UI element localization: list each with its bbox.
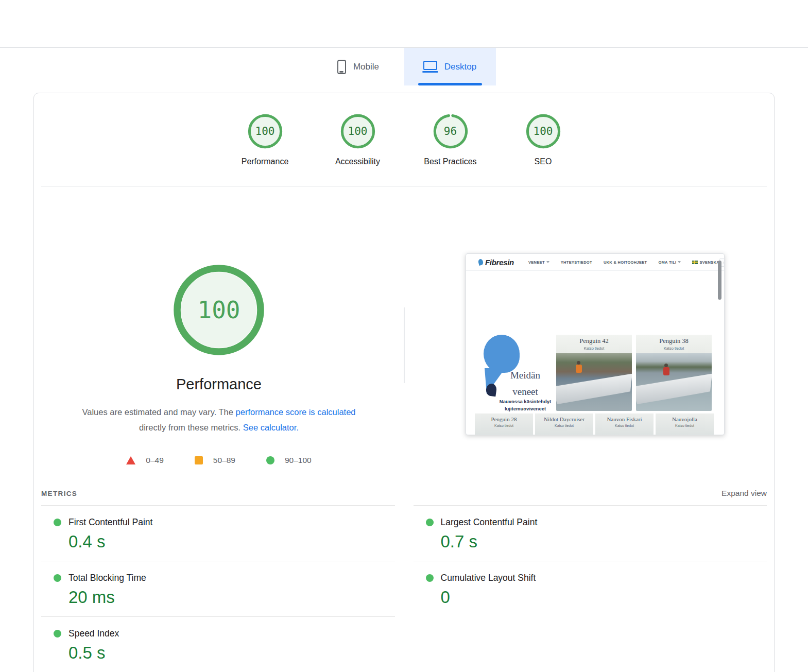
device-tabs: Mobile Desktop bbox=[0, 48, 808, 85]
boat-photo bbox=[556, 353, 632, 411]
mini-card-cta: Katso tiedot bbox=[656, 424, 714, 427]
category-scores-row: 100 Performance 100 Accessibility 96 Bes… bbox=[34, 93, 774, 186]
metric-cumulative-layout-shift: Cumulative Layout Shift 0 bbox=[414, 561, 767, 616]
performance-description: Values are estimated and may vary. The p… bbox=[70, 404, 368, 435]
metric-value: 20 ms bbox=[68, 587, 395, 608]
mini-bottom-card: Penguin 28 Katso tiedot bbox=[475, 413, 533, 435]
dropdown-caret-icon bbox=[678, 261, 681, 263]
mini-card-title: Penguin 42 bbox=[556, 335, 632, 345]
mini-card-title: Penguin 28 bbox=[475, 413, 533, 422]
dropdown-caret-icon bbox=[546, 261, 549, 263]
metric-head: Speed Index bbox=[54, 628, 395, 639]
pagespeed-report-page: Mobile Desktop 100 Performance 100 Ac bbox=[0, 0, 808, 672]
mini-card-cta: Katso tiedot bbox=[636, 346, 712, 351]
metric-label: Largest Contentful Paint bbox=[441, 517, 538, 528]
swedish-flag-icon bbox=[692, 261, 698, 264]
category-label: Performance bbox=[242, 157, 289, 166]
legend-item-fail: 0–49 bbox=[126, 456, 163, 465]
mini-site-logo: Fibresin bbox=[478, 258, 514, 267]
expand-view-link[interactable]: Expand view bbox=[721, 489, 767, 498]
mini-bottom-card: Nauvojolla Katso tiedot bbox=[656, 413, 714, 435]
category-accessibility[interactable]: 100 Accessibility bbox=[319, 114, 397, 186]
legend-range: 0–49 bbox=[146, 456, 163, 465]
tab-desktop[interactable]: Desktop bbox=[404, 48, 496, 85]
score-calculation-link[interactable]: performance score is calculated bbox=[236, 407, 356, 417]
metric-first-contentful-paint: First Contentful Paint 0.4 s bbox=[41, 505, 395, 561]
category-seo[interactable]: 100 SEO bbox=[505, 114, 582, 186]
pass-dot-icon bbox=[426, 519, 434, 526]
metric-speed-index: Speed Index 0.5 s bbox=[41, 616, 395, 672]
mini-site-name: Fibresin bbox=[485, 258, 514, 267]
metric-head: First Contentful Paint bbox=[54, 517, 395, 528]
metric-value: 0.7 s bbox=[441, 531, 767, 553]
legend-range: 90–100 bbox=[285, 456, 312, 465]
performance-summary: 100 Performance Values are estimated and… bbox=[34, 186, 404, 465]
description-text: Values are estimated and may vary. The bbox=[82, 407, 235, 417]
mini-card-cta: Katso tiedot bbox=[535, 424, 593, 427]
metric-label: Cumulative Layout Shift bbox=[441, 573, 536, 583]
mini-card-band: Penguin 42 Katso tiedot bbox=[556, 335, 632, 353]
vertical-divider bbox=[404, 307, 405, 383]
pass-dot-icon bbox=[426, 574, 434, 582]
search-icon: ⌕ bbox=[723, 260, 725, 265]
metric-value: 0.4 s bbox=[68, 531, 395, 553]
pass-dot-icon bbox=[54, 519, 61, 526]
mini-card-title: Nildot Daycruiser bbox=[535, 413, 593, 422]
mini-product-card: Penguin 38 Katso tiedot bbox=[636, 335, 712, 411]
score-gauge-seo: 100 bbox=[526, 114, 561, 149]
pass-dot-icon bbox=[54, 574, 61, 582]
score-value: 96 bbox=[433, 114, 468, 149]
boat-photo bbox=[636, 353, 712, 411]
category-label: SEO bbox=[535, 157, 552, 166]
tab-mobile[interactable]: Mobile bbox=[313, 48, 404, 85]
mini-bottom-card: Nauvon Fiskari Katso tiedot bbox=[595, 413, 654, 435]
metric-total-blocking-time: Total Blocking Time 20 ms bbox=[41, 561, 395, 616]
metric-value: 0 bbox=[441, 587, 767, 608]
mini-site-header: Fibresin VENEET YHTEYSTIEDOT UKK & HOITO… bbox=[466, 254, 724, 271]
performance-score-value: 100 bbox=[173, 264, 265, 356]
legend-item-average: 50–89 bbox=[195, 456, 235, 465]
boater-figure bbox=[663, 367, 669, 375]
mobile-icon bbox=[337, 60, 346, 74]
metrics-header: METRICS Expand view bbox=[41, 488, 767, 499]
tab-desktop-label: Desktop bbox=[444, 62, 476, 72]
metric-value: 0.5 s bbox=[68, 642, 395, 664]
legend-range: 50–89 bbox=[213, 456, 235, 465]
big-performance-gauge: 100 bbox=[173, 264, 265, 356]
metric-label: First Contentful Paint bbox=[68, 517, 152, 528]
metrics-heading: METRICS bbox=[41, 490, 77, 497]
metric-head: Cumulative Layout Shift bbox=[426, 573, 767, 583]
report-card: 100 Performance 100 Accessibility 96 Bes… bbox=[33, 93, 775, 672]
mini-hero-title: Meidän veneet bbox=[489, 367, 561, 400]
mini-card-cta: Katso tiedot bbox=[475, 424, 533, 427]
metric-label: Total Blocking Time bbox=[68, 573, 146, 583]
mini-nav-item: YHTEYSTIEDOT bbox=[561, 260, 592, 265]
pass-dot-icon bbox=[54, 630, 61, 637]
category-best-practices[interactable]: 96 Best Practices bbox=[412, 114, 489, 186]
mini-nav-item-language: SVENSKA bbox=[692, 260, 719, 265]
category-label: Accessibility bbox=[335, 157, 380, 166]
mini-card-title: Nauvojolla bbox=[656, 413, 714, 422]
category-label: Best Practices bbox=[424, 157, 476, 166]
metric-head: Total Blocking Time bbox=[54, 573, 395, 583]
score-gauge-best-practices: 96 bbox=[433, 114, 468, 149]
mini-card-band: Penguin 38 Katso tiedot bbox=[636, 335, 712, 353]
score-value: 100 bbox=[248, 114, 283, 149]
page-screenshot-thumbnail[interactable]: Fibresin VENEET YHTEYSTIEDOT UKK & HOITO… bbox=[466, 253, 725, 435]
performance-title: Performance bbox=[34, 376, 404, 393]
score-value: 100 bbox=[340, 114, 375, 149]
see-calculator-link[interactable]: See calculator. bbox=[243, 423, 299, 432]
mini-card-cta: Katso tiedot bbox=[595, 424, 654, 427]
category-performance[interactable]: 100 Performance bbox=[227, 114, 304, 186]
metric-label: Speed Index bbox=[68, 628, 119, 639]
metric-largest-contentful-paint: Largest Contentful Paint 0.7 s bbox=[414, 505, 767, 561]
mini-nav-item: OMA TILI bbox=[658, 260, 681, 265]
tab-mobile-label: Mobile bbox=[353, 62, 379, 72]
mini-bottom-card: Nildot Daycruiser Katso tiedot bbox=[535, 413, 593, 435]
pass-circle-icon bbox=[266, 456, 274, 464]
legend-item-pass: 90–100 bbox=[266, 456, 312, 465]
mini-card-title: Penguin 38 bbox=[636, 335, 712, 345]
desktop-icon bbox=[423, 61, 437, 70]
active-tab-indicator bbox=[418, 83, 482, 85]
score-gauge-accessibility: 100 bbox=[340, 114, 375, 149]
